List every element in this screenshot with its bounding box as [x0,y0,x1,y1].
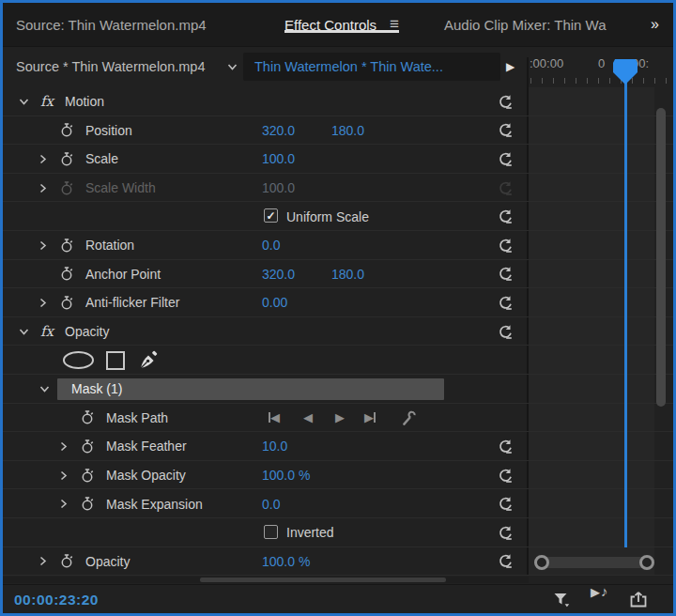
track-mask-forward-icon[interactable]: ▶ [335,404,345,433]
param-label: Rotation [85,231,134,260]
expand-chevron-icon[interactable] [57,432,69,461]
zoom-handle-right[interactable] [639,555,654,570]
uniform-scale-checkbox[interactable]: ✓ [264,208,278,223]
toggle-animation-stopwatch-icon[interactable] [59,547,74,577]
param-value[interactable]: 100.0 % [262,547,310,577]
vertical-scrollbar[interactable] [656,108,666,407]
collapse-chevron-icon[interactable] [18,87,30,116]
reset-parameter-icon[interactable] [498,116,514,146]
reset-parameter-icon[interactable] [498,432,514,461]
row-scale[interactable]: Scale100.0 [3,145,673,174]
row-tools[interactable] [3,346,673,375]
playhead-line [624,82,627,547]
row-scale-width[interactable]: Scale Width100.0 [3,174,673,203]
mask-tracking-settings-wrench-icon[interactable] [401,404,417,433]
expand-chevron-icon[interactable] [57,461,69,490]
param-label: Scale [85,145,118,174]
reset-parameter-icon[interactable] [498,547,514,577]
toggle-animation-stopwatch-icon[interactable] [59,231,74,260]
inverted-checkbox[interactable] [264,525,278,539]
tab-source-monitor-label: Source: Thin Watermelon.mp4 [16,17,207,33]
row-motion[interactable]: fxMotion [3,87,673,116]
toggle-animation-stopwatch-icon[interactable] [59,116,74,146]
toggle-animation-stopwatch-icon[interactable] [59,145,74,174]
collapse-chevron-icon[interactable] [18,317,30,346]
ellipse-mask-tool-icon[interactable] [63,346,94,375]
row-mask-feather[interactable]: Mask Feather10.0 [3,432,673,461]
param-value[interactable]: 320.0 [262,260,295,289]
row-opacity[interactable]: fxOpacity [3,317,673,346]
ruler-label-left: :00:00 [530,47,563,79]
tab-overflow-chevron-icon[interactable]: » [651,3,657,46]
show-keyframes-arrow-icon[interactable]: ▶ [506,47,515,86]
expand-chevron-icon[interactable] [37,145,49,174]
row-anchor-point[interactable]: Anchor Point320.0180.0 [3,260,673,289]
reset-parameter-icon[interactable] [498,202,514,231]
param-value[interactable]: 10.0 [262,432,287,461]
row-mask-opacity[interactable]: Mask Opacity100.0 % [3,461,673,490]
expand-chevron-icon[interactable] [57,489,69,518]
track-mask-backward-one-frame-icon[interactable]: ◀ [269,404,280,433]
play-audio-for-clip-icon[interactable]: ▶♪ [591,585,608,614]
param-value-2[interactable]: 180.0 [331,260,364,289]
row-mask-path[interactable]: Mask Path◀◀▶▶ [3,404,673,433]
toggle-animation-stopwatch-icon[interactable] [59,174,74,203]
param-value-2[interactable]: 180.0 [331,116,364,146]
collapse-chevron-icon[interactable] [38,375,51,404]
row-mask-1[interactable]: Mask (1) [3,375,673,404]
reset-parameter-icon[interactable] [498,518,514,547]
tab-audio-clip-mixer[interactable]: Audio Clip Mixer: Thin Wa [444,3,607,46]
timeline-clip-label: Thin Watermelon * Thin Wate... [254,59,443,74]
toggle-animation-stopwatch-icon[interactable] [59,260,74,289]
track-mask-backward-icon[interactable]: ◀ [303,404,313,433]
current-timecode[interactable]: 00:00:23:20 [14,585,99,614]
expand-chevron-icon[interactable] [37,288,49,317]
source-clip-label: Source * Thin Watermelon.mp4 [16,47,205,86]
toggle-animation-stopwatch-icon[interactable] [80,461,95,490]
row-rotation[interactable]: Rotation0.0 [3,231,673,260]
row-position[interactable]: Position320.0180.0 [3,116,673,146]
row-mask-expansion[interactable]: Mask Expansion0.0 [3,489,673,518]
expand-chevron-icon[interactable] [37,547,49,577]
timeline-zoom-bar[interactable] [534,557,654,568]
row-inverted[interactable]: Inverted [3,518,673,547]
toggle-animation-stopwatch-icon[interactable] [59,288,74,317]
clip-selector-chevron-icon[interactable] [226,60,238,77]
rectangle-mask-tool-icon[interactable] [106,346,125,375]
reset-parameter-icon[interactable] [498,489,514,518]
reset-parameter-icon[interactable] [498,231,514,260]
mask-group-selected[interactable]: Mask (1) [57,378,444,400]
param-value[interactable]: 0.0 [262,231,280,260]
toggle-animation-stopwatch-icon[interactable] [80,404,95,433]
param-value[interactable]: 100.0 [262,145,295,174]
horizontal-scrollbar-thumb[interactable] [200,578,446,582]
tab-effect-controls[interactable]: Effect Controls ≡ [284,3,399,46]
row-anti-flicker-filter[interactable]: Anti-flicker Filter0.00 [3,288,673,317]
param-value[interactable]: 100.0 [262,174,295,203]
filter-properties-icon[interactable] [553,585,571,614]
reset-parameter-icon[interactable] [498,288,514,317]
row-uniform-scale[interactable]: ✓Uniform Scale [3,202,673,231]
param-value[interactable]: 320.0 [262,116,295,146]
effect-rows: fxMotion Position320.0180.0 Scale100.0 S… [3,87,673,576]
pen-mask-tool-icon[interactable] [138,346,159,375]
toggle-animation-stopwatch-icon[interactable] [80,489,95,518]
expand-chevron-icon[interactable] [37,174,49,203]
reset-parameter-icon[interactable] [498,461,514,490]
reset-parameter-icon[interactable] [498,260,514,289]
reset-parameter-icon[interactable] [498,317,514,346]
track-mask-forward-one-frame-icon[interactable]: ▶ [364,404,376,433]
expand-chevron-icon[interactable] [37,231,49,260]
param-label: Anti-flicker Filter [85,288,179,317]
param-value[interactable]: 0.0 [262,489,280,518]
param-value[interactable]: 0.00 [262,288,287,317]
timeline-ruler[interactable]: :00:00 0 00: [527,47,673,86]
reset-parameter-icon[interactable] [498,145,514,174]
export-icon[interactable] [628,585,649,614]
reset-parameter-icon[interactable] [498,87,514,116]
param-value[interactable]: 100.0 % [262,461,310,490]
timeline-clip-selector[interactable]: Thin Watermelon * Thin Wate... [243,53,500,81]
zoom-handle-left[interactable] [534,555,549,570]
tab-source-monitor[interactable]: Source: Thin Watermelon.mp4 [16,3,207,46]
toggle-animation-stopwatch-icon[interactable] [80,432,95,461]
